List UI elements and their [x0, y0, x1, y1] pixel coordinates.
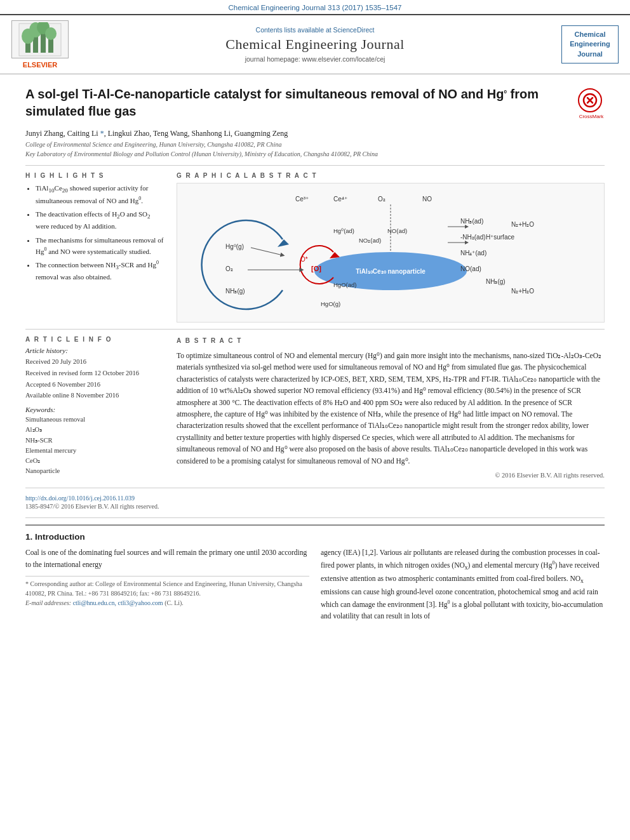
svg-text:H⁺surface: H⁺surface: [486, 234, 514, 241]
abstract-text: To optimize simultaneous control of NO a…: [177, 350, 605, 467]
journal-title: Chemical Engineering Journal: [75, 36, 555, 53]
graphical-abstract-label: G R A P H I C A L A B S T R A C T: [177, 172, 605, 179]
affiliation-1: College of Environmental Science and Eng…: [25, 140, 605, 149]
highlights-graphical-row: H I G H L I G H T S TiAl10Ce20 showed su…: [25, 172, 605, 323]
citation-text: Chemical Engineering Journal 313 (2017) …: [229, 4, 402, 11]
paper-title-section: A sol-gel Ti-Al-Ce-nanoparticle catalyst…: [25, 74, 605, 126]
science-direct-link[interactable]: ScienceDirect: [333, 26, 375, 34]
intro-right-col: agency (IEA) [1,2]. Various air pollutan…: [321, 547, 605, 623]
svg-text:NO₂(ad): NO₂(ad): [359, 237, 381, 244]
footnote-corresponding: * Corresponding author at: College of En…: [25, 576, 309, 608]
keywords-list: Simultaneous removal Al₂O₃ NH₃-SCR Eleme…: [25, 415, 165, 477]
svg-rect-4: [48, 38, 53, 53]
svg-text:-NH₂(ad): -NH₂(ad): [460, 234, 486, 241]
keyword-6: Nanoparticle: [25, 466, 165, 476]
email-author: (C. Li).: [164, 599, 184, 606]
intro-left-col: Coal is one of the dominating fuel sourc…: [25, 547, 309, 623]
crossmark-badge-container[interactable]: CrossMark: [578, 88, 605, 119]
crossmark-label: CrossMark: [578, 114, 605, 119]
contents-available-line: Contents lists available at ScienceDirec…: [75, 26, 555, 34]
paper-body: A sol-gel Ti-Al-Ce-nanoparticle catalyst…: [0, 74, 630, 622]
intro-right-para: agency (IEA) [1,2]. Various air pollutan…: [321, 547, 605, 623]
received-date: Received 20 July 2016: [25, 357, 165, 367]
svg-text:HgO(ad): HgO(ad): [333, 281, 356, 288]
svg-text:NO: NO: [422, 196, 432, 203]
doi-link[interactable]: http://dx.doi.org/10.1016/j.cej.2016.11.…: [25, 495, 135, 502]
crossmark-icon[interactable]: [578, 88, 602, 112]
highlight-item-3: The mechanisms for simultaneous removal …: [36, 235, 165, 257]
svg-text:Hg⁰(g): Hg⁰(g): [225, 243, 244, 250]
svg-text:Ce³⁺: Ce³⁺: [295, 196, 309, 203]
svg-text:O₂: O₂: [378, 196, 385, 203]
intro-left-para: Coal is one of the dominating fuel sourc…: [25, 547, 309, 571]
article-info-label: A R T I C L E I N F O: [25, 336, 165, 343]
article-info-abstract-row: A R T I C L E I N F O Article history: R…: [25, 336, 605, 481]
abstract-label: A B S T R A C T: [177, 336, 605, 346]
accepted-date: Accepted 6 November 2016: [25, 380, 165, 390]
keyword-1: Simultaneous removal: [25, 415, 165, 425]
journal-right-logo: ChemicalEngineeringJournal: [561, 25, 619, 63]
citation-bar: Chemical Engineering Journal 313 (2017) …: [0, 0, 630, 14]
divider-4: [25, 517, 605, 518]
highlights-label: H I G H L I G H T S: [25, 172, 165, 179]
footnote-text: * Corresponding author at: College of En…: [25, 580, 302, 597]
revised-date: Received in revised form 12 October 2016: [25, 368, 165, 378]
highlight-item-1: TiAl10Ce20 showed superior activity for …: [36, 183, 165, 206]
highlights-list: TiAl10Ce20 showed superior activity for …: [25, 183, 165, 283]
email-links[interactable]: ctli@hnu.edu.cn, ctli3@yahoo.com: [73, 599, 163, 606]
svg-text:NH₄⁺(ad): NH₄⁺(ad): [460, 250, 486, 257]
paper-title-text: A sol-gel Ti-Al-Ce-nanoparticle catalyst…: [25, 86, 572, 120]
article-history-title: Article history:: [25, 347, 165, 354]
elsevier-text: ELSEVIER: [11, 61, 69, 69]
svg-text:NH₃(g): NH₃(g): [486, 278, 506, 285]
highlights-col: H I G H L I G H T S TiAl10Ce20 showed su…: [25, 172, 165, 323]
footer-issn: 1385-8947/© 2016 Elsevier B.V. All right…: [25, 503, 605, 510]
authors-line: Junyi Zhang, Caiting Li *, Lingkui Zhao,…: [25, 129, 605, 138]
homepage-line: journal homepage: www.elsevier.com/locat…: [75, 55, 555, 63]
svg-text:TiAl₁₀Ce₂₀ nanoparticle: TiAl₁₀Ce₂₀ nanoparticle: [356, 268, 426, 275]
svg-text:Ce⁴⁺: Ce⁴⁺: [333, 196, 347, 203]
copyright-line: © 2016 Elsevier B.V. All rights reserved…: [177, 470, 605, 481]
svg-point-8: [45, 27, 57, 40]
available-date: Available online 8 November 2016: [25, 390, 165, 401]
svg-text:O₂: O₂: [225, 265, 233, 272]
divider-3: [25, 488, 605, 488]
svg-text:N₂+H₂O: N₂+H₂O: [511, 288, 534, 295]
journal-header: ELSEVIER Contents lists available at Sci…: [0, 14, 630, 74]
keyword-4: Elemental mercury: [25, 446, 165, 456]
svg-text:[O]: [O]: [311, 265, 321, 272]
journal-right-text: ChemicalEngineeringJournal: [570, 30, 610, 58]
footer-doi[interactable]: http://dx.doi.org/10.1016/j.cej.2016.11.…: [25, 495, 605, 502]
divider-1: [25, 165, 605, 166]
svg-text:NH₃(g): NH₃(g): [225, 288, 245, 295]
paper-title: A sol-gel Ti-Al-Ce-nanoparticle catalyst…: [25, 86, 572, 120]
svg-text:N₂+H₂O: N₂+H₂O: [511, 221, 534, 228]
svg-text:Hg⁰(ad): Hg⁰(ad): [333, 227, 354, 234]
contents-label: Contents lists available at: [256, 26, 332, 34]
graphical-abstract-image: TiAl₁₀Ce₂₀ nanoparticle [O] O* Hg⁰(g) O₂…: [177, 183, 605, 323]
journal-center: Contents lists available at ScienceDirec…: [75, 26, 555, 63]
email-label: E-mail addresses:: [25, 599, 73, 606]
svg-marker-12: [278, 239, 289, 247]
graphical-abstract-col: G R A P H I C A L A B S T R A C T TiAl₁₀…: [177, 172, 605, 323]
highlight-item-2: The deactivation effects of H2O and SO2 …: [36, 209, 165, 232]
keyword-5: CeO₂: [25, 456, 165, 466]
divider-2: [25, 329, 605, 330]
elsevier-logo: ELSEVIER: [11, 20, 69, 69]
abstract-col: A B S T R A C T To optimize simultaneous…: [177, 336, 605, 481]
introduction-section: 1. Introduction Coal is one of the domin…: [25, 524, 605, 623]
authors-text: Junyi Zhang, Caiting Li *, Lingkui Zhao,…: [25, 129, 288, 138]
svg-text:O*: O*: [300, 256, 308, 263]
intro-heading: 1. Introduction: [25, 532, 605, 542]
svg-line-19: [251, 248, 283, 255]
keyword-3: NH₃-SCR: [25, 436, 165, 446]
svg-text:HgO(g): HgO(g): [321, 300, 340, 307]
keyword-2: Al₂O₃: [25, 425, 165, 435]
article-info-col: A R T I C L E I N F O Article history: R…: [25, 336, 165, 481]
affiliation-line: College of Environmental Science and Eng…: [25, 140, 605, 159]
intro-cols: Coal is one of the dominating fuel sourc…: [25, 547, 605, 623]
svg-rect-3: [41, 32, 46, 53]
svg-text:NO(ad): NO(ad): [460, 265, 481, 272]
logo-image: [11, 20, 69, 58]
svg-text:NH₃(ad): NH₃(ad): [460, 218, 483, 225]
